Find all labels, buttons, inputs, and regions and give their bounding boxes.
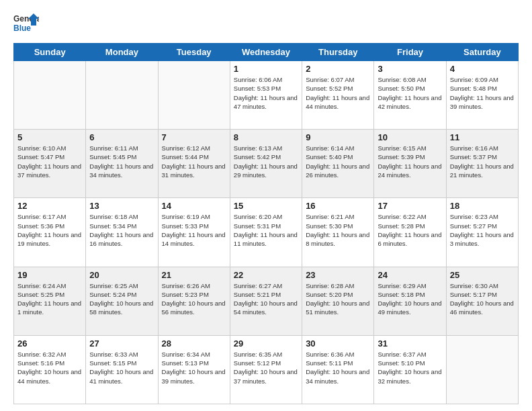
weekday-header-monday: Monday xyxy=(86,44,158,61)
calendar-week-row: 19Sunrise: 6:24 AM Sunset: 5:25 PM Dayli… xyxy=(14,267,519,335)
day-info: Sunrise: 6:26 AM Sunset: 5:23 PM Dayligh… xyxy=(162,281,226,317)
calendar-cell: 7Sunrise: 6:12 AM Sunset: 5:44 PM Daylig… xyxy=(158,130,230,198)
day-number: 11 xyxy=(450,132,515,142)
calendar-week-row: 12Sunrise: 6:17 AM Sunset: 5:36 PM Dayli… xyxy=(14,198,519,267)
day-number: 6 xyxy=(89,132,154,142)
day-info: Sunrise: 6:10 AM Sunset: 5:47 PM Dayligh… xyxy=(17,144,82,179)
day-number: 29 xyxy=(234,338,298,349)
calendar-cell: 17Sunrise: 6:22 AM Sunset: 5:28 PM Dayli… xyxy=(374,198,446,267)
calendar-cell: 21Sunrise: 6:26 AM Sunset: 5:23 PM Dayli… xyxy=(158,267,230,335)
day-number: 28 xyxy=(162,338,226,349)
day-info: Sunrise: 6:29 AM Sunset: 5:18 PM Dayligh… xyxy=(378,281,442,317)
day-number: 20 xyxy=(89,270,154,280)
day-number: 4 xyxy=(450,64,515,74)
day-info: Sunrise: 6:16 AM Sunset: 5:37 PM Dayligh… xyxy=(450,144,515,179)
day-info: Sunrise: 6:06 AM Sunset: 5:53 PM Dayligh… xyxy=(234,75,298,111)
calendar-cell: 20Sunrise: 6:25 AM Sunset: 5:24 PM Dayli… xyxy=(86,267,158,335)
day-info: Sunrise: 6:36 AM Sunset: 5:11 PM Dayligh… xyxy=(306,350,370,385)
day-info: Sunrise: 6:25 AM Sunset: 5:24 PM Dayligh… xyxy=(89,281,154,317)
day-info: Sunrise: 6:37 AM Sunset: 5:10 PM Dayligh… xyxy=(378,350,442,385)
calendar-cell: 25Sunrise: 6:30 AM Sunset: 5:17 PM Dayli… xyxy=(446,267,518,335)
day-number: 14 xyxy=(162,201,226,211)
calendar-cell: 12Sunrise: 6:17 AM Sunset: 5:36 PM Dayli… xyxy=(14,198,86,267)
day-info: Sunrise: 6:23 AM Sunset: 5:27 PM Dayligh… xyxy=(450,212,515,248)
calendar-week-row: 5Sunrise: 6:10 AM Sunset: 5:47 PM Daylig… xyxy=(14,130,519,198)
day-info: Sunrise: 6:15 AM Sunset: 5:39 PM Dayligh… xyxy=(378,144,442,179)
day-number: 23 xyxy=(306,270,370,280)
calendar-cell: 6Sunrise: 6:11 AM Sunset: 5:45 PM Daylig… xyxy=(86,130,158,198)
calendar-cell: 27Sunrise: 6:33 AM Sunset: 5:15 PM Dayli… xyxy=(86,335,158,404)
calendar-cell xyxy=(86,61,158,130)
day-info: Sunrise: 6:34 AM Sunset: 5:13 PM Dayligh… xyxy=(162,350,226,385)
day-number: 10 xyxy=(378,132,442,142)
day-info: Sunrise: 6:33 AM Sunset: 5:15 PM Dayligh… xyxy=(89,350,154,385)
calendar-cell: 8Sunrise: 6:13 AM Sunset: 5:42 PM Daylig… xyxy=(230,130,302,198)
calendar-cell: 26Sunrise: 6:32 AM Sunset: 5:16 PM Dayli… xyxy=(14,335,86,404)
day-number: 24 xyxy=(378,270,442,280)
day-info: Sunrise: 6:19 AM Sunset: 5:33 PM Dayligh… xyxy=(162,212,226,248)
day-info: Sunrise: 6:30 AM Sunset: 5:17 PM Dayligh… xyxy=(450,281,515,317)
weekday-header-friday: Friday xyxy=(374,44,446,61)
calendar-cell: 29Sunrise: 6:35 AM Sunset: 5:12 PM Dayli… xyxy=(230,335,302,404)
calendar-cell: 16Sunrise: 6:21 AM Sunset: 5:30 PM Dayli… xyxy=(302,198,374,267)
day-info: Sunrise: 6:35 AM Sunset: 5:12 PM Dayligh… xyxy=(234,350,298,385)
calendar-table: SundayMondayTuesdayWednesdayThursdayFrid… xyxy=(13,43,519,404)
calendar-cell: 18Sunrise: 6:23 AM Sunset: 5:27 PM Dayli… xyxy=(446,198,518,267)
weekday-header-tuesday: Tuesday xyxy=(158,44,230,61)
calendar-cell: 22Sunrise: 6:27 AM Sunset: 5:21 PM Dayli… xyxy=(230,267,302,335)
day-info: Sunrise: 6:09 AM Sunset: 5:48 PM Dayligh… xyxy=(450,75,515,111)
day-info: Sunrise: 6:27 AM Sunset: 5:21 PM Dayligh… xyxy=(234,281,298,317)
calendar-cell: 19Sunrise: 6:24 AM Sunset: 5:25 PM Dayli… xyxy=(14,267,86,335)
day-number: 19 xyxy=(17,270,82,280)
page: General Blue SundayMondayTuesdayWednesda… xyxy=(0,0,532,411)
day-number: 18 xyxy=(450,201,515,211)
calendar-cell: 5Sunrise: 6:10 AM Sunset: 5:47 PM Daylig… xyxy=(14,130,86,198)
day-number: 17 xyxy=(378,201,442,211)
calendar-cell: 9Sunrise: 6:14 AM Sunset: 5:40 PM Daylig… xyxy=(302,130,374,198)
day-info: Sunrise: 6:13 AM Sunset: 5:42 PM Dayligh… xyxy=(234,144,298,179)
calendar-cell: 30Sunrise: 6:36 AM Sunset: 5:11 PM Dayli… xyxy=(302,335,374,404)
day-info: Sunrise: 6:18 AM Sunset: 5:34 PM Dayligh… xyxy=(89,212,154,248)
day-number: 9 xyxy=(306,132,370,142)
weekday-header-saturday: Saturday xyxy=(446,44,518,61)
day-number: 31 xyxy=(378,338,442,349)
day-info: Sunrise: 6:28 AM Sunset: 5:20 PM Dayligh… xyxy=(306,281,370,317)
day-number: 22 xyxy=(234,270,298,280)
calendar-cell: 15Sunrise: 6:20 AM Sunset: 5:31 PM Dayli… xyxy=(230,198,302,267)
day-info: Sunrise: 6:11 AM Sunset: 5:45 PM Dayligh… xyxy=(89,144,154,179)
day-number: 8 xyxy=(234,132,298,142)
day-info: Sunrise: 6:08 AM Sunset: 5:50 PM Dayligh… xyxy=(378,75,442,111)
day-number: 30 xyxy=(306,338,370,349)
calendar-cell: 3Sunrise: 6:08 AM Sunset: 5:50 PM Daylig… xyxy=(374,61,446,130)
calendar-week-row: 1Sunrise: 6:06 AM Sunset: 5:53 PM Daylig… xyxy=(14,61,519,130)
calendar-week-row: 26Sunrise: 6:32 AM Sunset: 5:16 PM Dayli… xyxy=(14,335,519,404)
calendar-cell: 10Sunrise: 6:15 AM Sunset: 5:39 PM Dayli… xyxy=(374,130,446,198)
day-info: Sunrise: 6:07 AM Sunset: 5:52 PM Dayligh… xyxy=(306,75,370,111)
weekday-header-row: SundayMondayTuesdayWednesdayThursdayFrid… xyxy=(14,44,519,61)
day-number: 21 xyxy=(162,270,226,280)
day-number: 12 xyxy=(17,201,82,211)
day-number: 27 xyxy=(89,338,154,349)
day-info: Sunrise: 6:14 AM Sunset: 5:40 PM Dayligh… xyxy=(306,144,370,179)
calendar-cell: 2Sunrise: 6:07 AM Sunset: 5:52 PM Daylig… xyxy=(302,61,374,130)
day-number: 16 xyxy=(306,201,370,211)
header: General Blue xyxy=(13,11,519,36)
day-number: 25 xyxy=(450,270,515,280)
calendar-cell xyxy=(446,335,518,404)
day-number: 3 xyxy=(378,64,442,74)
day-info: Sunrise: 6:22 AM Sunset: 5:28 PM Dayligh… xyxy=(378,212,442,248)
calendar-cell: 4Sunrise: 6:09 AM Sunset: 5:48 PM Daylig… xyxy=(446,61,518,130)
day-number: 5 xyxy=(17,132,82,142)
weekday-header-wednesday: Wednesday xyxy=(230,44,302,61)
calendar-cell: 24Sunrise: 6:29 AM Sunset: 5:18 PM Dayli… xyxy=(374,267,446,335)
day-number: 2 xyxy=(306,64,370,74)
day-info: Sunrise: 6:20 AM Sunset: 5:31 PM Dayligh… xyxy=(234,212,298,248)
weekday-header-sunday: Sunday xyxy=(14,44,86,61)
weekday-header-thursday: Thursday xyxy=(302,44,374,61)
day-number: 1 xyxy=(234,64,298,74)
day-number: 13 xyxy=(89,201,154,211)
day-info: Sunrise: 6:32 AM Sunset: 5:16 PM Dayligh… xyxy=(17,350,82,385)
calendar-cell: 28Sunrise: 6:34 AM Sunset: 5:13 PM Dayli… xyxy=(158,335,230,404)
day-info: Sunrise: 6:12 AM Sunset: 5:44 PM Dayligh… xyxy=(162,144,226,179)
day-info: Sunrise: 6:17 AM Sunset: 5:36 PM Dayligh… xyxy=(17,212,82,248)
